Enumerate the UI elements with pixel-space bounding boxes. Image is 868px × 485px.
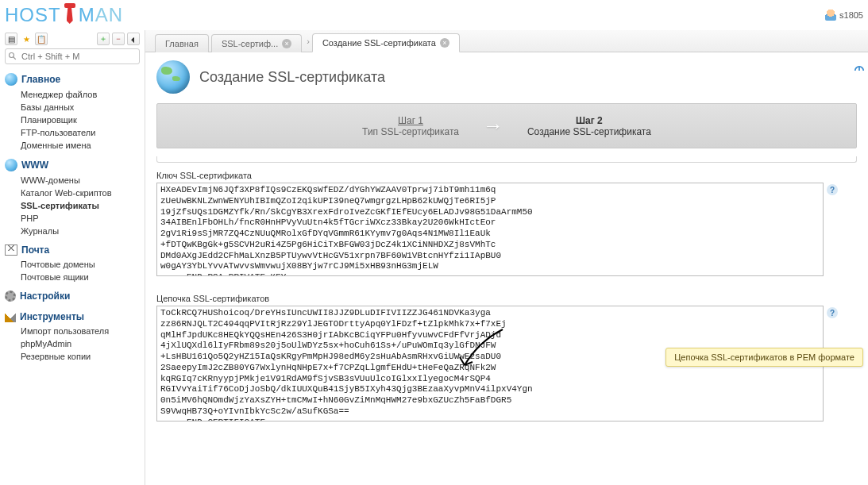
nav-item-scheduler[interactable]: Планировщик bbox=[21, 114, 140, 126]
nav-item-maildomains[interactable]: Почтовые домены bbox=[21, 258, 140, 271]
toolbar-list-icon[interactable]: ▤ bbox=[5, 33, 17, 45]
help-icon[interactable]: ? bbox=[827, 184, 838, 195]
nav-head-mail[interactable]: Почта bbox=[5, 242, 140, 258]
nav-item-wwwdomains[interactable]: WWW-домены bbox=[21, 174, 140, 187]
tab-createssl[interactable]: Создание SSL-сертификата× bbox=[312, 33, 460, 52]
wizard-steps: Шаг 1 Тип SSL-сертификата → Шаг 2 Создан… bbox=[156, 103, 857, 148]
sidebar-toolbar: ▤ ★ 📋 ＋ － ⏴ bbox=[5, 33, 140, 45]
main-area: Главная SSL-сертиф...× › Создание SSL-се… bbox=[145, 30, 868, 485]
step-1[interactable]: Шаг 1 Тип SSL-сертификата bbox=[362, 115, 459, 137]
ssl-key-label: Ключ SSL-сертификата bbox=[156, 171, 857, 180]
chain-tooltip: Цепочка SSL-сертификатов в PEM формате bbox=[665, 348, 863, 367]
svg-point-0 bbox=[10, 53, 14, 58]
help-icon[interactable]: ? bbox=[827, 307, 838, 318]
nav-item-filemanager[interactable]: Менеджер файлов bbox=[21, 88, 140, 101]
search-input[interactable] bbox=[5, 48, 140, 64]
nav-head-main[interactable]: Главное bbox=[5, 71, 140, 88]
ssl-chain-label: Цепочка SSL-сертификатов bbox=[156, 294, 857, 303]
toolbar-pin-icon[interactable]: ⏴ bbox=[127, 33, 140, 45]
step-2: Шаг 2 Создание SSL-сертификата bbox=[527, 115, 651, 137]
nav-item-php[interactable]: PHP bbox=[21, 212, 140, 225]
toolbar-paste-icon[interactable]: 📋 bbox=[35, 33, 48, 45]
tab-bar: Главная SSL-сертиф...× › Создание SSL-се… bbox=[145, 30, 868, 52]
tab-home[interactable]: Главная bbox=[155, 34, 209, 52]
tie-icon bbox=[63, 3, 77, 27]
mail-icon bbox=[5, 244, 17, 256]
globe-icon bbox=[5, 159, 17, 171]
nav-item-phpmyadmin[interactable]: phpMyAdmin bbox=[21, 337, 140, 350]
nav-item-ftpusers[interactable]: FTP-пользователи bbox=[21, 126, 140, 139]
nav-item-importuser[interactable]: Импорт пользователя bbox=[21, 325, 140, 337]
close-icon[interactable]: × bbox=[282, 39, 291, 48]
page-globe-icon bbox=[156, 60, 190, 94]
nav-item-logs[interactable]: Журналы bbox=[21, 225, 140, 237]
nav-head-tools[interactable]: Инструменты bbox=[5, 309, 140, 325]
nav-item-sslcerts[interactable]: SSL-сертификаты bbox=[21, 199, 140, 212]
nav-item-domains[interactable]: Доменные имена bbox=[21, 139, 140, 152]
logo[interactable]: HOSTMAN bbox=[5, 3, 123, 27]
user-box[interactable]: s1805 bbox=[825, 10, 863, 21]
ssl-key-textarea[interactable] bbox=[156, 183, 824, 276]
nav-item-webscripts[interactable]: Каталог Web-скриптов bbox=[21, 187, 140, 199]
toolbar-star-icon[interactable]: ★ bbox=[20, 33, 33, 45]
close-icon[interactable]: × bbox=[440, 38, 449, 48]
nav-item-backups[interactable]: Резервные копии bbox=[21, 350, 140, 363]
search-icon bbox=[8, 52, 17, 61]
user-name: s1805 bbox=[839, 10, 863, 20]
tools-icon bbox=[5, 311, 16, 322]
nav-item-mailboxes[interactable]: Почтовые ящики bbox=[21, 271, 140, 283]
nav-item-databases[interactable]: Базы данных bbox=[21, 101, 140, 114]
sidebar: ▤ ★ 📋 ＋ － ⏴ Главное Менеджер файлов Базы… bbox=[0, 30, 145, 485]
toolbar-remove-icon[interactable]: － bbox=[112, 33, 125, 45]
collapse-icon[interactable] bbox=[854, 65, 865, 76]
arrow-right-icon: → bbox=[483, 114, 503, 138]
nav-head-www[interactable]: WWW bbox=[5, 156, 140, 174]
gear-icon bbox=[5, 291, 16, 302]
svg-line-1 bbox=[14, 57, 16, 60]
globe-icon bbox=[5, 73, 17, 86]
nav-head-settings[interactable]: Настройки bbox=[5, 288, 140, 304]
page-title: Создание SSL-сертификата bbox=[199, 69, 385, 86]
chevron-right-icon: › bbox=[307, 37, 310, 46]
user-icon bbox=[825, 10, 836, 21]
toolbar-add-icon[interactable]: ＋ bbox=[97, 33, 110, 45]
tab-sslcerts[interactable]: SSL-сертиф...× bbox=[211, 34, 302, 52]
